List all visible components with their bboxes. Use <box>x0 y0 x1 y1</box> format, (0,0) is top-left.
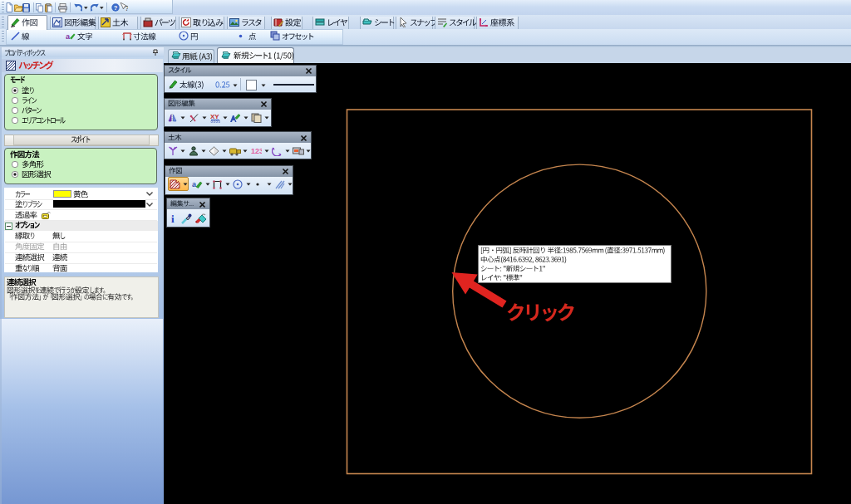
svg-text:a: a <box>66 32 71 41</box>
svg-text:i: i <box>171 213 175 224</box>
svg-text:?: ? <box>125 4 128 12</box>
svg-text:?: ? <box>113 4 117 12</box>
svg-text:XY: XY <box>210 113 219 120</box>
svg-text:123: 123 <box>251 147 262 155</box>
svg-text:a: a <box>192 180 197 188</box>
